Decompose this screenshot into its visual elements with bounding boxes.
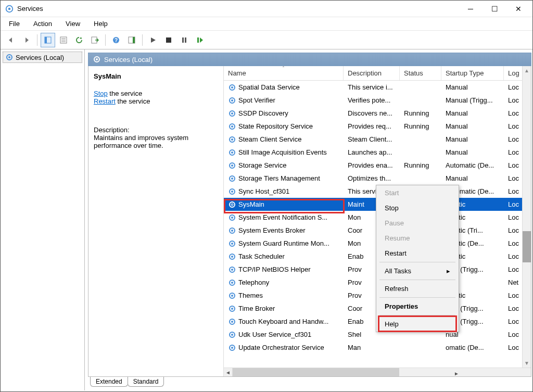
svg-rect-3 <box>45 37 47 43</box>
service-logon-text: Loc <box>504 135 524 143</box>
vscroll-thumb[interactable] <box>523 231 531 262</box>
svg-point-26 <box>231 112 233 115</box>
service-name-text: System Event Notification S... <box>238 213 327 221</box>
service-desc-text: Verifies pote... <box>344 96 400 104</box>
svg-point-20 <box>96 58 98 60</box>
cm-properties[interactable]: Properties <box>376 299 459 314</box>
service-desc-text: Steam Client... <box>344 135 400 143</box>
service-logon-text: Loc <box>504 109 524 117</box>
cm-restart[interactable]: Restart <box>376 246 459 261</box>
service-name-text: System Guard Runtime Mon... <box>238 239 329 247</box>
horizontal-scrollbar[interactable]: ◄ ► <box>224 368 531 376</box>
cm-refresh[interactable]: Refresh <box>376 281 459 296</box>
stop-service-button[interactable] <box>161 33 176 47</box>
gear-icon <box>228 344 236 352</box>
stop-service-link[interactable]: Stop <box>94 90 108 97</box>
show-hide-action-pane-button[interactable] <box>124 33 139 47</box>
service-name-text: Still Image Acquisition Events <box>238 148 327 156</box>
menu-view[interactable]: View <box>61 19 84 29</box>
service-row[interactable]: Spot VerifierVerifies pote...Manual (Tri… <box>224 94 531 107</box>
export-list-button[interactable] <box>87 33 102 47</box>
service-startup-text: Manual (Trigg... <box>441 96 504 104</box>
svg-point-40 <box>231 204 233 206</box>
list-header: ˆName Description Status Startup Type Lo… <box>224 66 531 81</box>
tab-extended[interactable]: Extended <box>90 377 128 387</box>
service-logon-text: Loc <box>504 331 524 338</box>
forward-button[interactable] <box>19 33 34 47</box>
cm-separator <box>379 262 455 262</box>
service-desc-text: Man <box>344 344 400 351</box>
cm-separator <box>379 315 455 315</box>
hscroll-thumb[interactable] <box>233 368 399 377</box>
hscroll-right-arrow[interactable]: ► <box>379 368 531 377</box>
menu-help[interactable]: Help <box>90 19 112 29</box>
restart-service-link[interactable]: Restart <box>94 97 116 105</box>
svg-text:?: ? <box>115 37 118 43</box>
refresh-toolbar-button[interactable] <box>72 33 86 47</box>
pause-service-button[interactable] <box>177 33 192 47</box>
menu-file[interactable]: File <box>5 19 24 29</box>
service-name-text: Storage Tiers Management <box>238 174 320 182</box>
service-row[interactable]: Steam Client ServiceSteam Client...Manua… <box>224 133 531 146</box>
gear-icon <box>228 96 236 105</box>
minimize-button[interactable]: ─ <box>459 1 483 17</box>
service-name-text: System Events Broker <box>238 226 306 234</box>
vscroll-track[interactable] <box>523 75 531 359</box>
properties-toolbar-button[interactable] <box>56 33 71 47</box>
vscroll-up-arrow[interactable]: ▲ <box>523 66 531 75</box>
cm-help[interactable]: Help <box>376 317 459 332</box>
service-row[interactable]: Storage ServiceProvides ena...RunningAut… <box>224 159 531 172</box>
service-startup-text: Manual <box>441 109 504 117</box>
column-header-startup[interactable]: Startup Type <box>441 66 504 80</box>
gear-icon <box>228 318 236 326</box>
services-app-icon <box>5 4 14 14</box>
service-row[interactable]: Still Image Acquisition EventsLaunches a… <box>224 146 531 159</box>
close-button[interactable]: ✕ <box>506 1 530 17</box>
service-row[interactable]: SSDP DiscoveryDiscovers ne...RunningManu… <box>224 107 531 120</box>
tab-standard[interactable]: Standard <box>128 377 164 387</box>
service-logon-text: Loc <box>504 187 524 195</box>
panel-header: Services (Local) <box>88 53 531 66</box>
gear-icon <box>228 279 236 287</box>
service-row[interactable]: State Repository ServiceProvides req...R… <box>224 120 531 133</box>
main-area: Services (Local) Services (Local) SysMai… <box>1 49 532 390</box>
back-button[interactable] <box>4 33 18 47</box>
column-header-status[interactable]: Status <box>400 66 441 80</box>
column-header-name[interactable]: ˆName <box>224 66 344 80</box>
cm-pause: Pause <box>376 216 459 231</box>
help-toolbar-button[interactable]: ? <box>109 33 123 47</box>
show-hide-console-tree-button[interactable] <box>41 33 55 47</box>
gear-icon <box>228 265 236 274</box>
tree-item-services-local[interactable]: Services (Local) <box>3 52 82 63</box>
service-logon-text: Loc <box>504 344 524 351</box>
panel-header-title: Services (Local) <box>104 56 153 64</box>
svg-point-56 <box>231 308 233 310</box>
description-text: Maintains and improves system performanc… <box>94 134 218 149</box>
hscroll-left-arrow[interactable]: ◄ <box>224 368 233 377</box>
play-button[interactable] <box>146 33 160 47</box>
service-name-text: Telephony <box>238 279 269 286</box>
restart-service-button[interactable] <box>193 33 207 47</box>
vscroll-down-arrow[interactable]: ▼ <box>523 359 531 368</box>
gear-icon <box>228 148 236 157</box>
service-startup-text: Manual <box>441 148 504 156</box>
service-logon-text: Loc <box>504 174 524 182</box>
maximize-button[interactable]: ☐ <box>483 1 506 17</box>
column-header-logon[interactable]: Log <box>504 66 524 80</box>
gear-icon <box>228 213 236 222</box>
cm-stop[interactable]: Stop <box>376 200 459 216</box>
menu-action[interactable]: Action <box>29 19 56 29</box>
service-name-text: Udk User Service_cf301 <box>238 331 311 338</box>
service-desc-text: Provides ena... <box>344 161 400 169</box>
gear-icon <box>228 305 236 313</box>
column-header-description[interactable]: Description <box>344 66 400 80</box>
hscroll-track[interactable] <box>233 368 379 377</box>
service-row[interactable]: Storage Tiers ManagementOptimizes th...M… <box>224 172 531 185</box>
svg-rect-14 <box>182 37 184 43</box>
service-row[interactable]: Spatial Data ServiceThis service i...Man… <box>224 81 531 94</box>
right-pane: Services (Local) SysMain Stop the servic… <box>85 49 532 390</box>
service-row[interactable]: Update Orchestrator ServiceManomatic (De… <box>224 341 531 354</box>
service-name-text: SSDP Discovery <box>238 109 288 117</box>
vertical-scrollbar[interactable]: ▲ ▼ <box>522 66 531 368</box>
cm-all-tasks[interactable]: All Tasks▸ <box>376 263 459 279</box>
